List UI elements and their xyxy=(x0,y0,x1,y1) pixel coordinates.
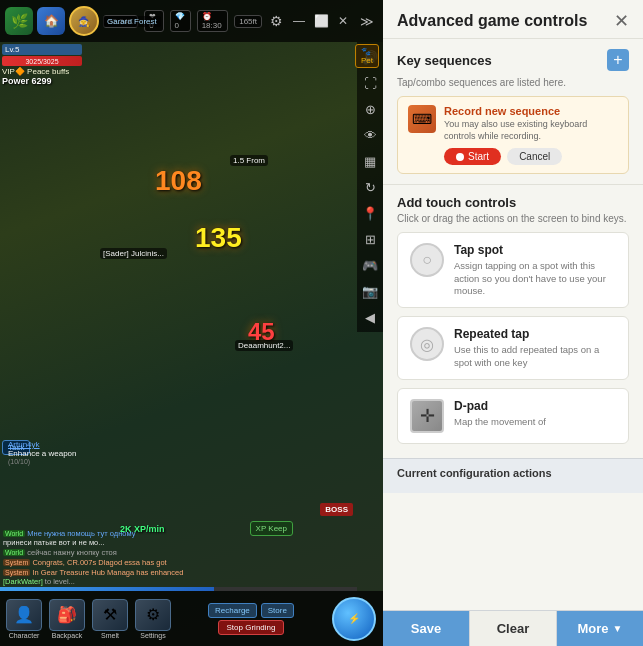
tap-spot-desc: Assign tapping on a spot with this actio… xyxy=(454,260,616,297)
recharge-button[interactable]: Recharge xyxy=(208,603,257,618)
rotate-icon[interactable]: ↻ xyxy=(359,176,381,198)
current-config-title: Current configuration actions xyxy=(397,467,629,479)
repeated-tap-desc: Use this to add repeated taps on a spot … xyxy=(454,344,616,369)
bottom-bar: 👤 Character 🎒 Backpack ⚒ Smelt ⚙ Setting… xyxy=(0,591,383,646)
key-sequences-title: Key sequences xyxy=(397,53,492,68)
distance-label: 1.5 From xyxy=(230,155,268,166)
panel-title: Advanced game controls xyxy=(397,12,587,30)
tap-spot-content: Tap spot Assign tapping on a spot with t… xyxy=(454,243,616,297)
record-card: ⌨ Record new sequence You may also use e… xyxy=(397,96,629,174)
enemy-name-label: Deaamhunt2... xyxy=(235,340,293,351)
smelt-icon[interactable]: ⚒ xyxy=(92,599,128,631)
store-button[interactable]: Store xyxy=(261,603,294,618)
skill-orb-area: ⚡ xyxy=(329,594,379,644)
top-bar-stats: 52.24K ❤ 0 💎 0 ⏰ 18:30 165ft Garard Fore… xyxy=(103,10,262,32)
top-bar: 🌿 🏠 🧙 52.24K ❤ 0 💎 0 ⏰ 18:30 165ft Garar… xyxy=(0,0,383,42)
expand-icon[interactable]: ≫ xyxy=(356,10,378,32)
backpack-icon[interactable]: 🎒 xyxy=(49,599,85,631)
system-badge-1: System xyxy=(3,559,30,566)
key-sequences-header: Key sequences + xyxy=(397,49,629,71)
tap-spot-item[interactable]: ○ Tap spot Assign tapping on a spot with… xyxy=(397,232,629,308)
cancel-button[interactable]: Cancel xyxy=(507,148,562,165)
hp-text: 3025/3025 xyxy=(25,58,58,65)
panel-header: Advanced game controls ✕ xyxy=(383,0,643,39)
dpad-icon: ✛ xyxy=(410,399,444,433)
panel-close-button[interactable]: ✕ xyxy=(614,12,629,30)
combat-number-2: 135 xyxy=(195,222,242,254)
hud-smelt[interactable]: ⚒ Smelt xyxy=(90,599,130,639)
camera-icon[interactable]: 📷 xyxy=(359,280,381,302)
vip-label: VIP🔶 Peace buffs xyxy=(2,67,82,76)
top-bar-right: ⚙ — ⬜ ✕ ≫ xyxy=(266,10,378,32)
dpad-desc: Map the movement of xyxy=(454,416,616,428)
hud-settings[interactable]: ⚙ Settings xyxy=(133,599,173,639)
character-label: Character xyxy=(9,632,40,639)
footer: Save Clear More ▼ xyxy=(383,610,643,646)
current-config-section: Current configuration actions xyxy=(383,458,643,493)
settings-hud-icon[interactable]: ⚙ xyxy=(135,599,171,631)
repeated-tap-content: Repeated tap Use this to add repeated ta… xyxy=(454,327,616,369)
hud-character[interactable]: 👤 Character xyxy=(4,599,44,639)
player-name-label: [Sader] Julcinis... xyxy=(100,248,167,259)
layout-icon[interactable]: ▦ xyxy=(359,150,381,172)
combat-number-1: 108 xyxy=(155,165,202,197)
world-badge-2: World xyxy=(3,549,25,556)
panel-body: Key sequences + Tap/combo sequences are … xyxy=(383,39,643,610)
tap-spot-name: Tap spot xyxy=(454,243,616,257)
side-toolbar: 🔊 ⛶ ⊕ 👁 ▦ ↻ 📍 ⊞ 🎮 📷 ◀ xyxy=(357,42,383,332)
start-button[interactable]: Start xyxy=(444,148,501,165)
zoom-icon[interactable]: ⊕ xyxy=(359,98,381,120)
mp-stat: 💎 0 xyxy=(170,10,191,32)
record-content: Record new sequence You may also use exi… xyxy=(444,105,618,165)
chat-line-6: [DarkWater] to level... xyxy=(0,577,220,587)
fullscreen-icon[interactable]: ⛶ xyxy=(359,72,381,94)
location-label: Garard Forest xyxy=(103,16,161,27)
pet-button[interactable]: 🐾 Pet xyxy=(355,44,379,68)
chat-line-4: System Congrats, CR.007s Dlagod essa has… xyxy=(0,558,220,568)
settings-gear-icon[interactable]: ⚙ xyxy=(266,11,286,31)
add-icon[interactable]: ⊞ xyxy=(359,228,381,250)
smelt-label: Smelt xyxy=(101,632,119,639)
repeated-tap-item[interactable]: ◎ Repeated tap Use this to add repeated … xyxy=(397,316,629,380)
app-icon-2[interactable]: 🏠 xyxy=(37,7,65,35)
app-icon-1[interactable]: 🌿 xyxy=(5,7,33,35)
level-badge: Lv.5 xyxy=(2,44,82,55)
add-touch-section: Add touch controls Click or drag the act… xyxy=(383,185,643,458)
player-info: Lv.5 3025/3025 VIP🔶 Peace buffs Power 62… xyxy=(2,44,82,86)
chat-line-5: System In Gear Treasure Hub Managa has e… xyxy=(0,568,220,578)
close-button[interactable]: ✕ xyxy=(334,12,352,30)
character-icon[interactable]: 👤 xyxy=(6,599,42,631)
record-icon: ⌨ xyxy=(408,105,436,133)
more-button[interactable]: More ▼ xyxy=(557,611,643,646)
system-badge-2: System xyxy=(3,569,30,576)
player-avatar[interactable]: 🧙 xyxy=(69,6,99,36)
save-button[interactable]: Save xyxy=(383,611,469,646)
keep-button[interactable]: XP Keep xyxy=(250,521,293,536)
stop-grinding-button[interactable]: Stop Grinding xyxy=(218,620,285,635)
restore-button[interactable]: ⬜ xyxy=(312,12,330,30)
recharge-store-row: Recharge Store xyxy=(208,603,294,618)
back-icon[interactable]: ◀ xyxy=(359,306,381,328)
recharge-store-area: Recharge Store Stop Grinding xyxy=(176,603,326,635)
minimize-button[interactable]: — xyxy=(290,12,308,30)
time-stat: ⏰ 18:30 xyxy=(197,10,229,32)
add-touch-title: Add touch controls xyxy=(397,195,629,210)
add-sequence-button[interactable]: + xyxy=(607,49,629,71)
hp-bar-container: 3025/3025 xyxy=(2,56,82,66)
location-icon[interactable]: 📍 xyxy=(359,202,381,224)
clear-button[interactable]: Clear xyxy=(469,611,557,646)
gamepad-icon[interactable]: 🎮 xyxy=(359,254,381,276)
dpad-name: D-pad xyxy=(454,399,616,413)
backpack-label: Backpack xyxy=(52,632,82,639)
right-panel: Advanced game controls ✕ Key sequences +… xyxy=(383,0,643,646)
dpad-item[interactable]: ✛ D-pad Map the movement of xyxy=(397,388,629,444)
chat-area: World Мне нужна помощь тут одному принес… xyxy=(0,529,220,588)
repeated-tap-icon: ◎ xyxy=(410,327,444,361)
hud-backpack[interactable]: 🎒 Backpack xyxy=(47,599,87,639)
boss-indicator: BOSS xyxy=(320,503,353,516)
tap-spot-icon: ○ xyxy=(410,243,444,277)
skill-orb[interactable]: ⚡ xyxy=(332,597,376,641)
key-sequences-desc: Tap/combo sequences are listed here. xyxy=(397,77,629,88)
power-label: Power 6299 xyxy=(2,76,82,86)
view-icon[interactable]: 👁 xyxy=(359,124,381,146)
